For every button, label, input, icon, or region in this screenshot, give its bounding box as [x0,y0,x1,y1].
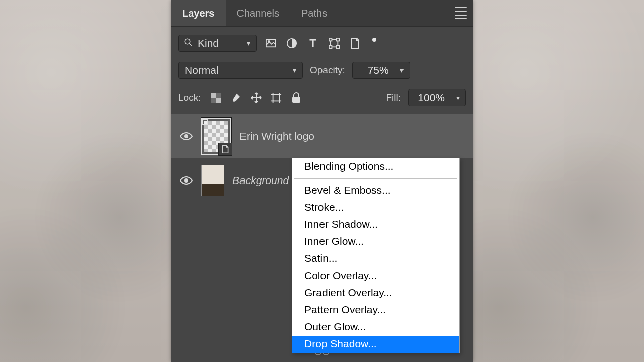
menu-gradient-overlay[interactable]: Gradient Overlay... [292,285,459,302]
tab-layers[interactable]: Layers [171,0,226,26]
chevron-down-icon: ▾ [293,66,296,74]
lock-artboard-icon[interactable] [269,90,283,105]
visibility-toggle[interactable] [179,129,193,143]
filter-toggle[interactable] [369,36,379,50]
lock-brush-icon[interactable] [229,90,243,105]
blend-row: Normal ▾ Opacity: 75% ▾ [171,57,473,84]
background-texture-left [0,0,171,362]
filter-adjustment-icon[interactable] [285,36,299,50]
svg-rect-11 [216,98,221,103]
svg-line-1 [189,43,192,46]
blend-mode-select[interactable]: Normal ▾ [178,62,303,79]
menu-inner-shadow[interactable]: Inner Shadow... [292,216,459,233]
fill-label: Fill: [386,92,401,103]
chevron-down-icon: ▾ [247,39,250,47]
tab-paths[interactable]: Paths [290,0,338,26]
chevron-down-icon[interactable]: ▾ [394,66,410,74]
lock-label: Lock: [178,92,201,103]
search-icon [184,37,193,49]
svg-rect-7 [337,38,340,41]
panel-menu-icon[interactable] [455,7,467,19]
tab-channels[interactable]: Channels [226,0,291,26]
svg-rect-13 [211,98,216,103]
lock-row: Lock: Fill: 100% ▾ [171,84,473,111]
svg-point-17 [185,179,188,182]
filter-smartobject-icon[interactable] [348,36,362,50]
chevron-down-icon[interactable]: ▾ [450,94,465,102]
menu-bevel-emboss[interactable]: Bevel & Emboss... [292,182,459,199]
svg-rect-9 [337,46,340,49]
svg-point-0 [185,39,190,44]
svg-rect-10 [211,93,216,98]
fill-input[interactable]: 100% ▾ [408,89,466,106]
filter-type-select[interactable]: Kind ▾ [178,35,257,52]
smart-object-badge-icon [218,143,232,156]
layer-name[interactable]: Erin Wright logo [239,130,314,142]
filter-shape-icon[interactable] [327,36,341,50]
menu-outer-glow[interactable]: Outer Glow... [292,319,459,336]
lock-move-icon[interactable] [249,90,263,105]
panel-tabs: Layers Channels Paths [171,0,473,27]
opacity-label: Opacity: [310,65,345,76]
opacity-value: 75% [353,64,394,76]
svg-rect-15 [292,97,300,103]
blend-mode-value: Normal [185,64,219,76]
menu-satin[interactable]: Satin... [292,250,459,267]
background-texture-right [473,0,644,362]
menu-drop-shadow[interactable]: Drop Shadow... [292,336,459,353]
layer-row[interactable]: Erin Wright logo [171,114,473,158]
svg-rect-6 [329,38,332,41]
svg-rect-8 [329,46,332,49]
filter-row: Kind ▾ T [171,27,473,57]
svg-rect-14 [273,95,280,101]
layer-thumbnail[interactable] [201,118,231,155]
filter-pixel-icon[interactable] [264,36,278,50]
layer-thumbnail[interactable] [201,165,224,196]
layer-style-menu: Blending Options... Bevel & Emboss... St… [292,158,460,353]
fill-value: 100% [409,92,450,104]
menu-inner-glow[interactable]: Inner Glow... [292,233,459,250]
menu-stroke[interactable]: Stroke... [292,199,459,216]
menu-pattern-overlay[interactable]: Pattern Overlay... [292,302,459,319]
filter-type-text-icon[interactable]: T [306,36,320,50]
svg-point-16 [185,135,188,138]
menu-color-overlay[interactable]: Color Overlay... [292,267,459,285]
svg-point-3 [268,41,270,42]
layer-name[interactable]: Background [232,174,289,187]
menu-blending-options[interactable]: Blending Options... [292,158,459,175]
lock-all-icon[interactable] [289,90,303,105]
lock-transparency-icon[interactable] [209,90,223,105]
opacity-input[interactable]: 75% ▾ [352,62,410,79]
visibility-toggle[interactable] [179,173,193,188]
menu-separator [294,178,457,179]
svg-rect-12 [216,93,221,98]
filter-type-label: Kind [198,37,219,49]
